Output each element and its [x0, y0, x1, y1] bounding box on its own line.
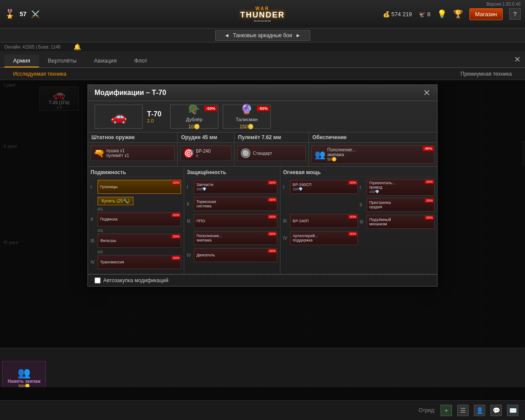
talisman-cost: 150🪙 [240, 124, 254, 130]
suspension-item[interactable]: -50% Подвеска [98, 212, 181, 226]
crew-replen-item[interactable]: -50% 👥 Пополнение...экипажа 50🪙 [312, 145, 434, 164]
research-toggle[interactable]: Исследуемая техника [13, 71, 66, 77]
mobility-tier-3: III -50% Фильтры [91, 233, 181, 248]
autobuy-checkbox[interactable] [94, 277, 101, 284]
br240sp-item[interactable]: -50% БР-240СП 220💎 [290, 180, 358, 194]
gold-icon: 🦅 [419, 11, 426, 18]
logo-area: WAR THUNDER ▬▬▬▬▬ [240, 6, 285, 22]
weapon-item[interactable]: 🔫 пушка x1пулемёт x1 [91, 145, 175, 161]
supply-col: -50% 👥 Пополнение...экипажа 50🪙 [309, 143, 437, 166]
help-button[interactable]: ? [509, 8, 521, 20]
brake-item[interactable]: -50% Тормознаясистема [194, 197, 277, 211]
ppo-discount: -50% [268, 215, 276, 219]
vehicle-stats: Т-70 2.0 [147, 110, 161, 123]
mobility-tier-2: II -50% Подвеска [91, 211, 181, 227]
vehicle-name: Т-70 [147, 110, 161, 118]
engine-discount: -50% [268, 249, 276, 253]
weapons-header: Штатное оружие [88, 133, 178, 142]
transmission-item[interactable]: -50% Трансмиссия [98, 255, 181, 269]
standard-item[interactable]: 🔘 Стандарт [237, 145, 306, 161]
buy-tracks-button[interactable]: Купить (25🔧) [98, 197, 133, 205]
tracks-item[interactable]: -50% Гусеницы [98, 180, 181, 194]
tab-fleet[interactable]: Флот [126, 55, 156, 67]
mod-title: Модификации – Т-70 [94, 89, 166, 97]
sighting-item[interactable]: -50% Пристрелкаорудия [367, 198, 434, 212]
shop-button[interactable]: Магазин [469, 8, 503, 20]
mail-icon-button[interactable]: ✉️ [507, 405, 518, 416]
ammo-icon: 🎯 [183, 148, 194, 158]
main-content: I ранг 🚗 БТ-5 Резерв 🚗 Т-26 🚗 Т-60 🚗 СУ-… [0, 80, 525, 420]
crew-replen2-item[interactable]: -50% Пополнение...экипажа [194, 231, 277, 245]
engine-item[interactable]: -50% Двигатель [194, 248, 277, 262]
br240-item[interactable]: 🎯 БР-240 0 [180, 145, 231, 161]
protection-tier-3b: -50% Пополнение...экипажа [187, 230, 277, 246]
fp-tier-3: III -50% БР-240П [283, 213, 358, 229]
mode-arrow-right[interactable]: ► [296, 32, 301, 38]
tab-helicopters[interactable]: Вертолёты [39, 55, 85, 67]
modifications-dialog: Модификации – Т-70 ✕ 🚗 Т-70 2.0 -50% 🪖 Д… [88, 84, 438, 287]
platoon-add-button[interactable]: + [441, 405, 452, 416]
protection-tier-2: II -50% Тормознаясистема [187, 196, 277, 212]
weapons-row: 🔫 пушка x1пулемёт x1 🎯 БР-240 0 [88, 143, 437, 167]
logo-tagline: ▬▬▬▬▬ [254, 19, 271, 22]
zapchasti-item[interactable]: -50% Запчасти 220💎 [194, 180, 277, 194]
firepower-right: I -50% Горизонталь...привод 220💎 II [360, 179, 434, 247]
artillery-item[interactable]: -50% Артиллерий...поддержка [290, 231, 358, 245]
ppo-item[interactable]: -50% ППО [194, 214, 277, 228]
sighting-discount: -50% [425, 199, 434, 203]
vehicle-info-section: 🚗 Т-70 2.0 -50% 🪖 Дублёр 10🪙 -50% [88, 101, 437, 133]
chat-icon-button[interactable]: 💬 [490, 405, 502, 416]
mode-label: Танковые аркадные бои [233, 32, 292, 38]
mobility-tier-1: I -50% Гусеницы [91, 179, 181, 195]
br240sp-discount: -50% [348, 181, 357, 185]
gold-amount: 8 [427, 11, 430, 18]
close-button[interactable]: ✕ [514, 55, 521, 64]
talisman-item[interactable]: -50% 🔮 Талисман 150🪙 [223, 105, 271, 129]
autobuy-label: Автозакупка модификаций [103, 277, 168, 284]
crew2-discount: -50% [268, 232, 276, 236]
bottom-vehicle-crew[interactable]: 👥 Намять экипаж 500🪙 [2, 361, 46, 388]
horiz-discount: -50% [425, 180, 434, 184]
talisman-icon: 🔮 [241, 104, 252, 115]
profile-icon-button[interactable]: 👤 [474, 405, 485, 416]
mod-close-button[interactable]: ✕ [423, 88, 430, 97]
tier-count-3: 0/2 [91, 250, 181, 254]
mobility-title: Подвижность [91, 169, 181, 177]
duplicate-icon: 🪖 [188, 104, 200, 115]
sword-icon: ⚔️ [31, 10, 40, 18]
mg-icon: 🔘 [240, 148, 251, 158]
elevation-item[interactable]: -50% Подъёмныймеханизм [367, 215, 434, 229]
tier-ii-label: II [91, 217, 96, 222]
duplicate-item[interactable]: -50% 🪖 Дублёр 10🪙 [170, 105, 218, 129]
crew-icon: 👥 [315, 149, 326, 160]
talisman-name: Талисман [236, 117, 258, 122]
suspension-discount: -50% [172, 213, 180, 217]
list-icon-button[interactable]: ☰ [457, 405, 469, 416]
br240p-item[interactable]: -50% БР-240П [290, 214, 358, 228]
premium-toggle[interactable]: Премиумная техника [461, 71, 512, 77]
weapon-name: пушка x1пулемёт x1 [106, 148, 129, 158]
tab-bar: Армия Вертолёты Авиация Флот ✕ [0, 51, 525, 68]
gun-col: 🎯 БР-240 0 [178, 143, 234, 166]
bottom-vehicle-list: -50% ⚠ 🚗 ПТ-76Б 5.5 44 🚗 ИТ-1 8.7 69 🚗 З… [2, 361, 37, 375]
lower-sections: Подвижность I -50% Гусеницы Купить (25🔧)… [88, 167, 437, 274]
horizontal-item[interactable]: -50% Горизонталь...привод 220💎 [367, 179, 434, 196]
filters-item[interactable]: -50% Фильтры [98, 234, 181, 248]
protection-section: Защищённость I -50% Запчасти 220💎 II [184, 167, 280, 274]
crew-discount: -50% [423, 146, 434, 151]
mode-selector[interactable]: ◄ Танковые аркадные бои ► [215, 30, 310, 41]
artillery-discount: -50% [348, 232, 357, 236]
status-bar: Онлайн: 41505 | Боев: 1148 🔔 [0, 42, 525, 51]
trans-discount: -50% [172, 256, 180, 260]
silver-currency: 💰 574 219 [383, 11, 412, 18]
vehicle-thumbnail: 🚗 [94, 105, 143, 129]
tab-army[interactable]: Армия [4, 55, 39, 67]
protection-title: Защищённость [187, 169, 277, 177]
mode-arrow-left[interactable]: ◄ [224, 32, 230, 38]
fp-tier-2-empty [283, 196, 358, 212]
tab-aviation[interactable]: Авиация [85, 55, 126, 67]
trophy-icon: 🏆 [453, 9, 463, 19]
firepower-section: Огневая мощь I -50% БР-240СП 220💎 [280, 167, 437, 274]
section-headers-row: Штатное оружие Орудие 45 мм Пулемёт 7.62… [88, 133, 437, 143]
mobility-tier-4: IV -50% Трансмиссия [91, 254, 181, 270]
